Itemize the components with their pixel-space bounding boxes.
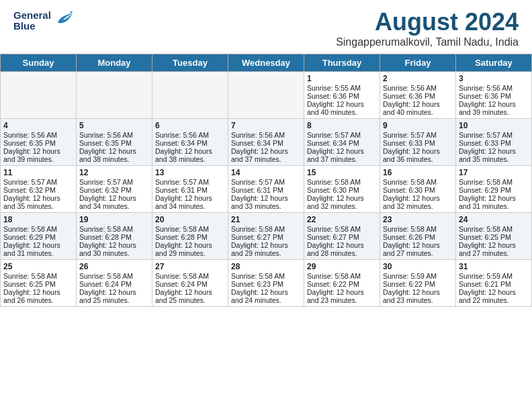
sunrise-text: Sunrise: 5:59 AM [459,272,529,280]
sunset-text: Sunset: 6:21 PM [459,280,529,288]
daylight-text: Daylight: 12 hours and 31 minutes. [459,194,529,210]
sunset-text: Sunset: 6:27 PM [231,233,301,241]
day-number: 19 [79,215,149,224]
sunset-text: Sunset: 6:22 PM [307,280,377,288]
daylight-text: Daylight: 12 hours and 25 minutes. [155,288,225,304]
calendar-cell: 12Sunrise: 5:57 AMSunset: 6:32 PMDayligh… [77,166,152,213]
sunrise-text: Sunrise: 5:57 AM [79,178,149,186]
day-number: 21 [231,215,301,224]
sunset-text: Sunset: 6:31 PM [231,186,301,194]
calendar-cell: 29Sunrise: 5:58 AMSunset: 6:22 PMDayligh… [304,260,380,307]
calendar-cell: 5Sunrise: 5:56 AMSunset: 6:35 PMDaylight… [77,119,152,166]
logo-text: General Blue [13,10,51,32]
sunrise-text: Sunrise: 5:56 AM [155,131,225,139]
sunrise-text: Sunrise: 5:59 AM [383,272,453,280]
sunrise-text: Sunrise: 5:58 AM [383,225,453,233]
daylight-text: Daylight: 12 hours and 35 minutes. [459,147,529,163]
sunrise-text: Sunrise: 5:56 AM [459,84,529,92]
day-header-friday: Friday [380,54,456,72]
day-number: 3 [459,74,529,83]
day-number: 18 [3,215,73,224]
daylight-text: Daylight: 12 hours and 25 minutes. [79,288,149,304]
day-number: 22 [307,215,377,224]
calendar-week-2: 4Sunrise: 5:56 AMSunset: 6:35 PMDaylight… [1,119,532,166]
day-number: 23 [383,215,453,224]
day-header-thursday: Thursday [304,54,380,72]
sunset-text: Sunset: 6:25 PM [3,280,73,288]
calendar-cell: 24Sunrise: 5:58 AMSunset: 6:25 PMDayligh… [456,213,532,260]
day-number: 14 [231,168,301,177]
calendar-cell: 16Sunrise: 5:58 AMSunset: 6:30 PMDayligh… [380,166,456,213]
calendar-cell: 17Sunrise: 5:58 AMSunset: 6:29 PMDayligh… [456,166,532,213]
calendar-table: SundayMondayTuesdayWednesdayThursdayFrid… [0,54,532,307]
calendar-cell: 25Sunrise: 5:58 AMSunset: 6:25 PMDayligh… [1,260,77,307]
day-header-monday: Monday [77,54,152,72]
calendar-week-1: 1Sunrise: 5:55 AMSunset: 6:36 PMDaylight… [1,72,532,119]
daylight-text: Daylight: 12 hours and 34 minutes. [79,194,149,210]
sunset-text: Sunset: 6:32 PM [79,186,149,194]
calendar-cell: 18Sunrise: 5:58 AMSunset: 6:29 PMDayligh… [1,213,77,260]
calendar-cell: 28Sunrise: 5:58 AMSunset: 6:23 PMDayligh… [228,260,304,307]
sunset-text: Sunset: 6:35 PM [3,139,73,147]
day-number: 6 [155,121,225,130]
calendar-cell: 4Sunrise: 5:56 AMSunset: 6:35 PMDaylight… [1,119,77,166]
day-number: 11 [3,168,73,177]
calendar-cell: 10Sunrise: 5:57 AMSunset: 6:33 PMDayligh… [456,119,532,166]
calendar-cell: 6Sunrise: 5:56 AMSunset: 6:34 PMDaylight… [152,119,228,166]
day-header-saturday: Saturday [456,54,532,72]
daylight-text: Daylight: 12 hours and 26 minutes. [3,288,73,304]
sunset-text: Sunset: 6:31 PM [155,186,225,194]
sunset-text: Sunset: 6:33 PM [459,139,529,147]
calendar-cell: 8Sunrise: 5:57 AMSunset: 6:34 PMDaylight… [304,119,380,166]
day-number: 24 [459,215,529,224]
calendar-cell: 9Sunrise: 5:57 AMSunset: 6:33 PMDaylight… [380,119,456,166]
header: General Blue August 2024 Singapperumalko… [0,0,532,54]
day-number: 5 [79,121,149,130]
calendar-cell: 26Sunrise: 5:58 AMSunset: 6:24 PMDayligh… [77,260,152,307]
sunset-text: Sunset: 6:36 PM [307,92,377,100]
sunrise-text: Sunrise: 5:58 AM [3,272,73,280]
sunset-text: Sunset: 6:26 PM [383,233,453,241]
month-year: August 2024 [336,8,519,36]
sunrise-text: Sunrise: 5:58 AM [155,272,225,280]
day-number: 12 [79,168,149,177]
sunrise-text: Sunrise: 5:58 AM [231,272,301,280]
sunset-text: Sunset: 6:34 PM [307,139,377,147]
daylight-text: Daylight: 12 hours and 40 minutes. [307,100,377,116]
sunset-text: Sunset: 6:33 PM [383,139,453,147]
day-number: 29 [307,262,377,271]
daylight-text: Daylight: 12 hours and 38 minutes. [155,147,225,163]
sunset-text: Sunset: 6:34 PM [155,139,225,147]
daylight-text: Daylight: 12 hours and 28 minutes. [307,241,377,257]
sunrise-text: Sunrise: 5:58 AM [3,225,73,233]
daylight-text: Daylight: 12 hours and 35 minutes. [3,194,73,210]
calendar-week-3: 11Sunrise: 5:57 AMSunset: 6:32 PMDayligh… [1,166,532,213]
sunrise-text: Sunrise: 5:58 AM [79,272,149,280]
daylight-text: Daylight: 12 hours and 29 minutes. [155,241,225,257]
sunrise-text: Sunrise: 5:56 AM [231,131,301,139]
sunrise-text: Sunrise: 5:56 AM [3,131,73,139]
day-number: 31 [459,262,529,271]
sunrise-text: Sunrise: 5:57 AM [231,178,301,186]
daylight-text: Daylight: 12 hours and 37 minutes. [307,147,377,163]
day-number: 9 [383,121,453,130]
sunrise-text: Sunrise: 5:58 AM [383,178,453,186]
day-header-sunday: Sunday [1,54,77,72]
daylight-text: Daylight: 12 hours and 32 minutes. [307,194,377,210]
sunrise-text: Sunrise: 5:58 AM [307,178,377,186]
day-number: 13 [155,168,225,177]
daylight-text: Daylight: 12 hours and 37 minutes. [231,147,301,163]
day-number: 27 [155,262,225,271]
sunset-text: Sunset: 6:28 PM [79,233,149,241]
daylight-text: Daylight: 12 hours and 24 minutes. [231,288,301,304]
day-number: 26 [79,262,149,271]
daylight-text: Daylight: 12 hours and 39 minutes. [3,147,73,163]
sunset-text: Sunset: 6:25 PM [459,233,529,241]
calendar-week-4: 18Sunrise: 5:58 AMSunset: 6:29 PMDayligh… [1,213,532,260]
sunrise-text: Sunrise: 5:57 AM [459,131,529,139]
day-number: 1 [307,74,377,83]
sunset-text: Sunset: 6:22 PM [383,280,453,288]
page-container: General Blue August 2024 Singapperumalko… [0,0,532,307]
calendar-cell: 13Sunrise: 5:57 AMSunset: 6:31 PMDayligh… [152,166,228,213]
sunrise-text: Sunrise: 5:55 AM [307,84,377,92]
